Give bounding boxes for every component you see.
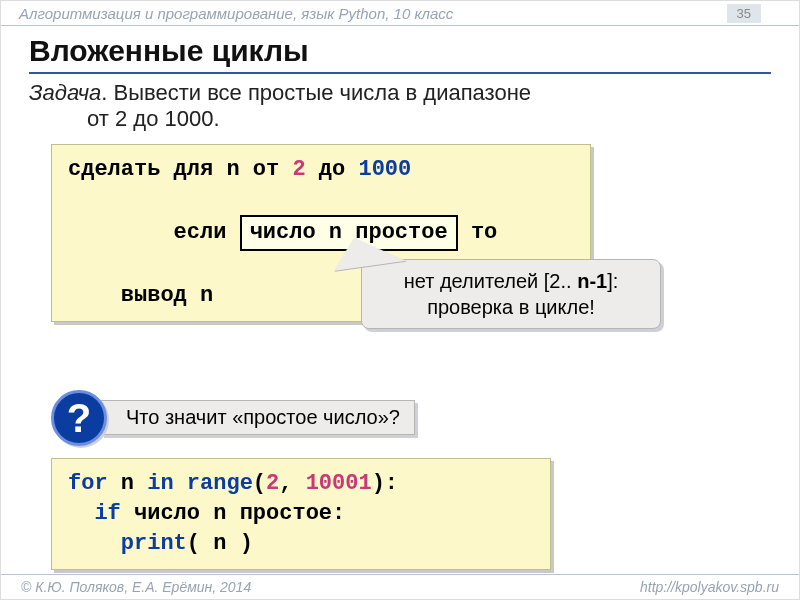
py-line1: for n in range(2, 10001): xyxy=(68,469,534,499)
kw-range: range xyxy=(187,471,253,496)
course-title: Алгоритмизация и программирование, язык … xyxy=(19,5,453,22)
header-bar: Алгоритмизация и программирование, язык … xyxy=(1,1,799,26)
py-p1: ( xyxy=(253,471,266,496)
pseudo-t2: до xyxy=(306,157,359,182)
kw-if: if xyxy=(68,501,121,526)
footer-copyright: © К.Ю. Поляков, Е.А. Ерёмин, 2014 xyxy=(21,579,251,595)
callout-p1: нет делителей [2.. xyxy=(404,270,577,292)
py-line3: print( n ) xyxy=(68,529,534,559)
py-n: n xyxy=(108,471,148,496)
question-mark-icon: ? xyxy=(51,390,107,446)
py-paren: ( n ) xyxy=(187,531,253,556)
page-title: Вложенные циклы xyxy=(1,26,799,70)
task-line1: . Вывести все простые числа в диапазоне xyxy=(101,80,531,105)
py-comma: , xyxy=(279,471,305,496)
py-a2: 10001 xyxy=(306,471,372,496)
question-text: Что значит «простое число»? xyxy=(101,400,415,435)
task-line2: от 2 до 1000. xyxy=(29,106,739,132)
kw-print: print xyxy=(68,531,187,556)
footer-bar: © К.Ю. Поляков, Е.А. Ерёмин, 2014 http:/… xyxy=(1,574,799,599)
pseudo-line1: сделать для n от 2 до 1000 xyxy=(68,155,574,185)
title-underline xyxy=(29,72,771,74)
footer-url: http://kpolyakov.spb.ru xyxy=(640,579,779,595)
task-text: Задача. Вывести все простые числа в диап… xyxy=(1,80,799,138)
slide: Алгоритмизация и программирование, язык … xyxy=(0,0,800,600)
pseudo-t1: сделать для n от xyxy=(68,157,292,182)
py-colon: : xyxy=(332,501,345,526)
py-a1: 2 xyxy=(266,471,279,496)
py-p2: ): xyxy=(372,471,398,496)
pseudo-num1: 2 xyxy=(292,157,305,182)
py-cond: число n простое xyxy=(121,501,332,526)
callout-line2: проверка в цикле! xyxy=(427,296,595,318)
py-sp1 xyxy=(174,471,187,496)
py-line2: if число n простое: xyxy=(68,499,534,529)
python-code-block: for n in range(2, 10001): if число n про… xyxy=(51,458,551,570)
callout-box: нет делителей [2.. n-1]: проверка в цикл… xyxy=(361,259,661,329)
pseudo-t3: если xyxy=(147,220,239,245)
kw-for: for xyxy=(68,471,108,496)
kw-in: in xyxy=(147,471,173,496)
pseudo-t4: то xyxy=(458,220,498,245)
callout-bold: n-1 xyxy=(577,270,607,292)
pseudo-num2: 1000 xyxy=(358,157,411,182)
page-number: 35 xyxy=(727,4,761,23)
question-row: ? Что значит «простое число»? xyxy=(51,398,771,440)
task-label: Задача xyxy=(29,80,101,105)
callout-p2: ]: xyxy=(607,270,618,292)
